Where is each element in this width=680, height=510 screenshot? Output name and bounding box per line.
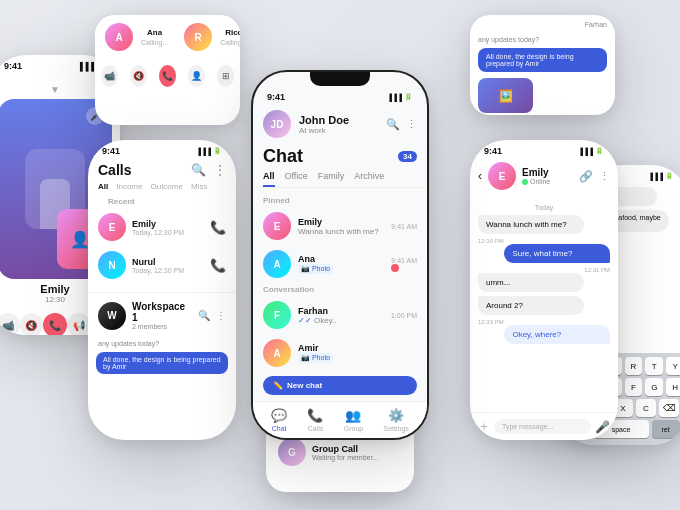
avatar-rico: R [184,23,212,51]
call-item-nurul: N Nurul Today, 12:30 PM 📞 [98,246,226,284]
msg-2: Sure, what time? [504,244,610,263]
chat-item-amir[interactable]: A Amir 📷 Photo [253,334,427,372]
status-bar-left: 9:41 ▐▐▐ 🔋 [88,140,236,158]
emily-call-info: Emily Today, 12:30 PM [132,219,204,236]
key-c[interactable]: C [636,399,656,417]
call-item-emily: E Emily Today, 12:30 PM 📞 [98,208,226,246]
ws-more-icon[interactable]: ⋮ [216,310,226,321]
signal-right: ▐▐▐ [578,148,593,155]
calls-tabs: All Income Outcome Miss [98,182,226,191]
type-bar-right: ＋ Type message... 🎤 [470,412,618,440]
amir-msg: 📷 Photo [298,353,410,363]
nav-calls[interactable]: 📞 Calls [307,408,323,432]
call-bar: A Ana Calling... R Rico Calling... [95,15,240,59]
new-chat-icon: ✏️ [273,381,283,390]
chat-header: JD John Doe At work 🔍 ⋮ [253,104,427,144]
key-r[interactable]: R [625,357,643,375]
type-input-right[interactable]: Type message... [494,419,591,434]
link-icon[interactable]: 🔗 [579,170,593,183]
more-detail-icon[interactable]: ⋮ [599,170,610,183]
tab-income[interactable]: Income [116,182,142,191]
avatar-emily-calls: E [98,213,126,241]
phone-calls: 9:41 ▐▐▐ 🔋 Calls 🔍 ⋮ All Income Outcome … [88,140,236,440]
search-calls-icon[interactable]: 🔍 [191,163,206,177]
farhan-label: Farhan [585,21,607,28]
grid-ctrl[interactable]: ⊞ [217,65,234,87]
video-btn[interactable]: 📹 [0,313,20,335]
tab-outcome[interactable]: Outcome [150,182,182,191]
add-ctrl[interactable]: 👤 [188,65,205,87]
mute-btn[interactable]: 🔇 [20,313,44,335]
ws-search-icon[interactable]: 🔍 [198,310,210,321]
new-chat-button[interactable]: ✏️ New chat [263,376,417,395]
hangup-ctrl[interactable]: 📞 [159,65,176,87]
key-t[interactable]: T [645,357,663,375]
search-icon[interactable]: 🔍 [386,118,400,131]
tab-family[interactable]: Family [318,171,345,187]
tab-archive[interactable]: Archive [354,171,384,187]
farhan-info: Farhan ✓✓ Okey.. [298,306,384,325]
image-preview: 🖼️ [478,78,533,113]
phone-chat-main: 9:41 ▐▐▐ 🔋 JD John Doe At work 🔍 ⋮ Chat … [251,70,429,440]
header-info: John Doe At work [299,114,378,135]
add-attachment-icon[interactable]: ＋ [478,418,490,435]
calls-content: Calls 🔍 ⋮ All Income Outcome Miss Recent… [88,158,236,288]
workspace-avatar: W [98,302,126,330]
calls-nav-icon: 📞 [307,408,323,423]
key-y[interactable]: Y [666,357,680,375]
status-bar-center: 9:41 ▐▐▐ 🔋 [253,86,427,104]
end-call-btn[interactable]: 📞 [43,313,67,335]
signal-left: ▐▐▐ [196,148,211,155]
tab-office[interactable]: Office [285,171,308,187]
back-button[interactable]: ‹ [478,169,482,183]
chat-item-farhan[interactable]: F Farhan ✓✓ Okey.. 1:00 PM [253,296,427,334]
avatar-ana-chat: A [263,250,291,278]
pinned-label: Pinned [253,194,427,207]
tab-all-chats[interactable]: All [263,171,275,187]
tab-miss[interactable]: Miss [191,182,207,191]
chat-title: Chat [263,146,392,167]
battery-center: 🔋 [404,93,413,101]
ws-preview-msg1: any updates today? [88,338,236,349]
battery-right: 🔋 [595,147,604,155]
key-f[interactable]: F [625,378,643,396]
calls-title: Calls [98,162,131,178]
more-icon[interactable]: ⋮ [406,118,417,131]
nav-chat[interactable]: 💬 Chat [271,408,287,432]
camera-ctrl[interactable]: 📹 [101,65,118,87]
nav-group[interactable]: 👥 Group [344,408,363,432]
phone-call-icon-nurul[interactable]: 📞 [210,258,226,273]
avatar-emily-chat: E [263,212,291,240]
avatar-nurul-calls: N [98,251,126,279]
chat-item-emily[interactable]: E Emily Wanna lunch with me? 9:41 AM [253,207,427,245]
key-g[interactable]: G [645,378,663,396]
more-calls-icon[interactable]: ⋮ [214,163,226,177]
nav-settings[interactable]: ⚙️ Settings [384,408,409,432]
msg-1: Wanna lunch with me? [478,215,584,234]
phone-chat-detail: 9:41 ▐▐▐ 🔋 ‹ E Emily Online 🔗 ⋮ Today [470,140,618,440]
key-return[interactable]: ret [652,420,680,438]
key-h[interactable]: H [666,378,680,396]
emily-msg: Wanna lunch with me? [298,227,384,236]
chat-item-ana[interactable]: A Ana 📷 Photo 9:41 AM [253,245,427,283]
scene: 9:41 ▐▐▐ 🔋 ▼ 👤 🎤 [0,0,680,510]
speaker-btn[interactable]: 📢 [67,313,91,335]
key-del[interactable]: ⌫ [659,399,679,417]
phone-call-icon-emily[interactable]: 📞 [210,220,226,235]
detail-header: ‹ E Emily Online 🔗 ⋮ [470,158,618,194]
group-call-name: Group Call [312,444,378,454]
check-icon-farhan: ✓✓ [298,316,312,325]
farhan-msg: ✓✓ Okey.. [298,316,384,325]
tab-all[interactable]: All [98,182,108,191]
mute-ctrl[interactable]: 🔇 [130,65,147,87]
status-bar-right: 9:41 ▐▐▐ 🔋 [470,140,618,158]
signal-icon: ▐▐▐ [77,62,94,71]
workspace-bar: W Workspace 1 2 members 🔍 ⋮ [88,293,236,338]
msg-4: Around 2? [478,296,584,315]
expand-icon[interactable]: ▼ [50,84,60,95]
avatar-john-doe: JD [263,110,291,138]
avatar-farhan: F [263,301,291,329]
mic-type-icon[interactable]: 🎤 [595,420,610,434]
avatar-amir: A [263,339,291,367]
settings-nav-icon: ⚙️ [388,408,404,423]
